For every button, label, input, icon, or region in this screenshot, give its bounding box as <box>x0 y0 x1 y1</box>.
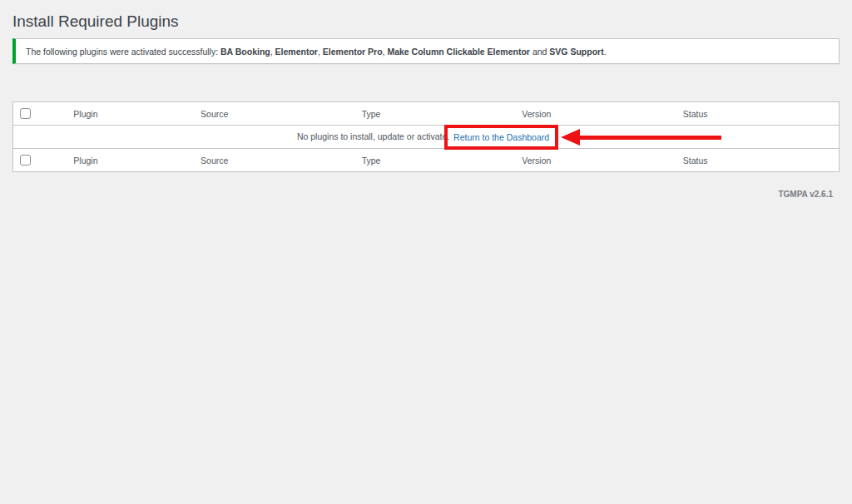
column-footer-spacer <box>765 149 840 172</box>
notice-message: The following plugins were activated suc… <box>26 47 607 57</box>
column-header-spacer <box>765 102 840 126</box>
arrow-shaft <box>580 136 721 140</box>
column-footer-version: Version <box>447 149 627 172</box>
header-checkbox-cell <box>13 102 38 126</box>
annotation-arrow <box>561 129 721 146</box>
success-notice: The following plugins were activated suc… <box>12 38 840 64</box>
select-all-checkbox-bottom[interactable] <box>20 155 31 166</box>
plugins-table-container: Plugin Source Type Version Status No plu… <box>12 101 840 172</box>
table-footer-row: Plugin Source Type Version Status <box>13 149 840 172</box>
no-plugins-message: No plugins to install, update or activat… <box>297 131 449 141</box>
arrow-head-icon <box>561 129 580 146</box>
column-header-status: Status <box>627 102 765 126</box>
column-header-version: Version <box>447 102 627 126</box>
select-all-checkbox-top[interactable] <box>20 108 31 119</box>
column-footer-status: Status <box>627 149 765 172</box>
plugins-table: Plugin Source Type Version Status No plu… <box>12 101 840 172</box>
table-header-row: Plugin Source Type Version Status <box>13 102 840 126</box>
page-title: Install Required Plugins <box>12 12 179 31</box>
return-to-dashboard-link[interactable]: Return to the Dashboard <box>453 132 549 142</box>
tgmpa-version-label: TGMPA v2.6.1 <box>12 190 840 199</box>
column-header-source: Source <box>133 102 295 126</box>
column-footer-plugin: Plugin <box>37 149 133 172</box>
column-header-plugin: Plugin <box>37 102 133 126</box>
column-footer-source: Source <box>133 149 295 172</box>
annotation-highlight-box: Return to the Dashboard <box>444 125 558 150</box>
empty-state-row: No plugins to install, update or activat… <box>13 126 840 149</box>
column-footer-type: Type <box>295 149 447 172</box>
footer-checkbox-cell <box>13 149 38 172</box>
column-header-type: Type <box>295 102 447 126</box>
